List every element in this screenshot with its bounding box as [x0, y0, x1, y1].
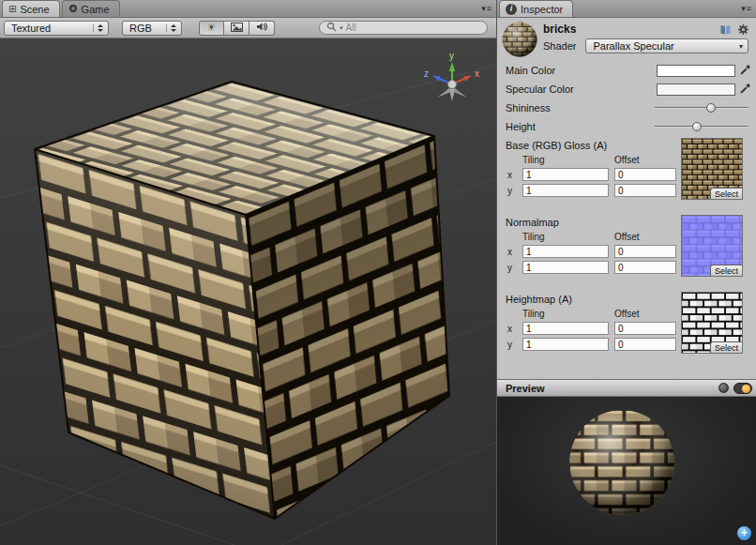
specular-color-row: Specular Color	[497, 80, 756, 98]
base-texture-thumbnail[interactable]: Select	[681, 138, 743, 200]
normal-tiling-y-input[interactable]	[522, 261, 609, 274]
gizmo-hub[interactable]	[448, 81, 457, 89]
scene-search-field[interactable]: ▾ All	[319, 21, 488, 35]
normalmap-thumbnail[interactable]: Select	[681, 215, 743, 277]
slider-track	[655, 107, 748, 109]
base-tiling-y-input[interactable]	[522, 184, 609, 197]
preview-header[interactable]: Preview	[497, 380, 756, 397]
offset-header: Offset	[614, 309, 676, 319]
slider-track	[655, 126, 748, 128]
scene-view-toggles: ☀	[199, 21, 275, 36]
gizmo-x-cone[interactable]	[463, 75, 472, 81]
preview-title: Preview	[506, 383, 545, 394]
slider-thumb[interactable]	[706, 103, 716, 113]
normal-offset-x-input[interactable]	[614, 245, 676, 258]
normal-tiling-x-input[interactable]	[522, 245, 609, 258]
height-row: Height	[497, 117, 756, 136]
shader-label: Shader	[543, 40, 576, 52]
offset-header: Offset	[614, 232, 676, 242]
height-offset-y-input[interactable]	[614, 338, 676, 351]
axis-x-label: x	[506, 247, 517, 257]
skybox-toggle-button[interactable]	[224, 21, 249, 36]
offset-header: Offset	[614, 155, 676, 165]
channels-dropdown[interactable]: RGB	[122, 21, 182, 36]
lighting-toggle-button[interactable]: ☀	[199, 21, 224, 36]
tiling-header: Tiling	[522, 155, 609, 165]
shininess-slider[interactable]	[655, 101, 748, 114]
preview-light-toggle[interactable]	[733, 383, 752, 394]
search-icon	[326, 22, 337, 34]
scene-tabbar: ⊞ Scene Game ▾≡	[0, 0, 496, 18]
base-map-section: Base (RGB) Gloss (A) Tiling Offset x y S…	[497, 136, 756, 213]
axis-x-label: x	[506, 170, 517, 180]
panel-menu-icon[interactable]: ▾≡	[481, 4, 492, 13]
tab-inspector[interactable]: i Inspector	[499, 0, 573, 17]
unity-editor-window: ⊞ Scene Game ▾≡ Textured RGB ☀	[0, 0, 756, 545]
preview-panel: Preview +	[497, 379, 756, 545]
inspector-panel: i Inspector ▾≡ bricks Shader	[497, 0, 756, 545]
brick-cube[interactable]	[0, 67, 496, 545]
search-filter-caret-icon[interactable]: ▾	[340, 24, 343, 32]
base-offset-x-input[interactable]	[614, 168, 676, 181]
scene-canvas[interactable]: y x z	[0, 38, 496, 545]
eyedropper-icon[interactable]	[738, 83, 750, 96]
axis-y-label: y	[506, 263, 517, 273]
heightmap-thumbnail[interactable]: Select	[681, 292, 743, 354]
gear-icon[interactable]	[737, 23, 749, 38]
base-select-button[interactable]: Select	[710, 188, 742, 199]
preview-material-sphere[interactable]	[568, 409, 675, 516]
preview-sphere-mode-button[interactable]	[718, 383, 729, 393]
orientation-gizmo[interactable]: y x z	[424, 51, 479, 101]
material-preview-sphere[interactable]	[502, 22, 537, 57]
draw-mode-dropdown[interactable]: Textured	[4, 21, 109, 36]
height-slider[interactable]	[655, 120, 748, 133]
gizmo-x-label[interactable]: x	[475, 68, 479, 79]
audio-toggle-button[interactable]	[249, 21, 275, 36]
inspector-tabbar: i Inspector ▾≡	[497, 0, 756, 18]
info-icon: i	[506, 4, 517, 15]
tiling-header: Tiling	[522, 309, 609, 319]
shader-dropdown[interactable]: Parallax Specular ▾	[585, 38, 748, 53]
height-tiling-x-input[interactable]	[522, 322, 609, 335]
scene-toolbar: Textured RGB ☀ ▾ All	[0, 18, 496, 38]
height-offset-x-input[interactable]	[614, 322, 676, 335]
image-icon	[231, 23, 243, 34]
tab-scene-label: Scene	[20, 4, 49, 15]
gizmo-z-label[interactable]: z	[424, 68, 429, 79]
tab-game-label: Game	[82, 4, 110, 15]
tab-inspector-label: Inspector	[521, 4, 563, 15]
gizmo-back-axis-cone[interactable]	[449, 89, 455, 101]
eyedropper-icon[interactable]	[738, 65, 750, 77]
channels-value: RGB	[129, 23, 152, 34]
normal-offset-y-input[interactable]	[614, 261, 676, 274]
sun-icon: ☀	[207, 22, 217, 34]
preview-canvas[interactable]: +	[497, 397, 756, 545]
tab-game[interactable]: Game	[62, 0, 120, 17]
tiling-header: Tiling	[522, 232, 609, 242]
help-icon[interactable]	[719, 23, 732, 38]
normal-select-button[interactable]: Select	[710, 265, 742, 276]
game-icon	[68, 4, 78, 15]
axis-y-label: y	[506, 186, 517, 196]
dropdown-arrows-icon	[93, 24, 103, 32]
axis-y-label: y	[506, 340, 517, 350]
gizmo-y-label[interactable]: y	[449, 51, 454, 61]
height-select-button[interactable]: Select	[710, 341, 742, 353]
height-label: Height	[506, 121, 655, 132]
normalmap-section: Normalmap Tiling Offset x y Select	[497, 213, 756, 290]
tab-scene[interactable]: ⊞ Scene	[2, 0, 60, 17]
material-header: bricks Shader Parallax Specular ▾	[497, 18, 756, 61]
slider-thumb[interactable]	[692, 122, 702, 131]
add-icon[interactable]: +	[737, 526, 751, 540]
scene-panel: ⊞ Scene Game ▾≡ Textured RGB ☀	[0, 0, 497, 545]
speaker-icon	[256, 22, 268, 34]
specular-color-swatch[interactable]	[657, 83, 735, 96]
base-tiling-x-input[interactable]	[522, 168, 609, 181]
main-color-swatch[interactable]	[657, 65, 735, 77]
scene-viewport[interactable]: y x z	[0, 38, 496, 545]
base-offset-y-input[interactable]	[614, 184, 676, 197]
gizmo-y-cone[interactable]	[449, 62, 455, 71]
height-tiling-y-input[interactable]	[522, 338, 609, 351]
panel-menu-icon[interactable]: ▾≡	[741, 4, 752, 13]
shininess-row: Shininess	[497, 98, 756, 117]
